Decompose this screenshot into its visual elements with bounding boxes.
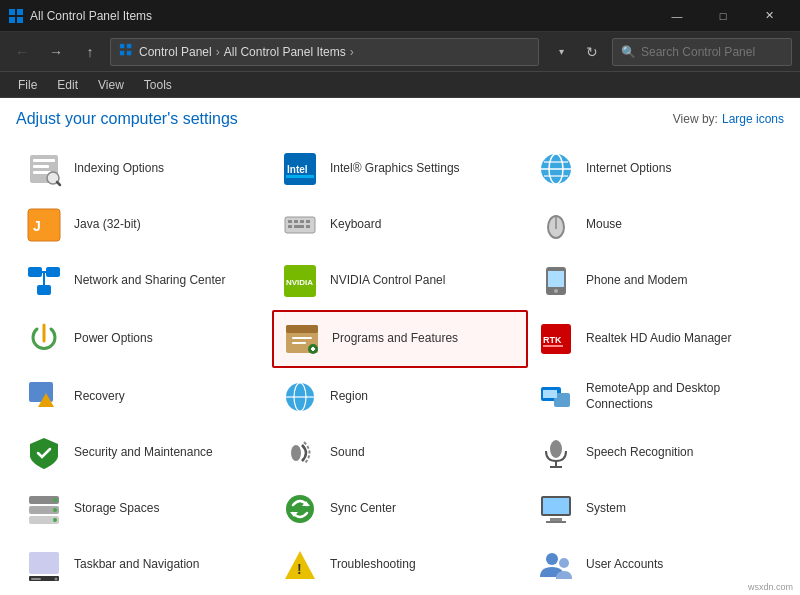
grid-item-remoteapp[interactable]: RemoteApp and Desktop Connections — [528, 370, 784, 424]
search-box[interactable]: 🔍 — [612, 38, 792, 66]
item-label-phone-modem: Phone and Modem — [586, 273, 687, 289]
item-label-security: Security and Maintenance — [74, 445, 213, 461]
svg-rect-9 — [33, 159, 55, 162]
search-input[interactable] — [641, 45, 783, 59]
grid-item-security[interactable]: Security and Maintenance — [16, 426, 272, 480]
svg-rect-79 — [550, 518, 562, 521]
breadcrumb-control-panel[interactable]: Control Panel — [139, 45, 212, 59]
view-by-section: View by: Large icons — [673, 112, 784, 126]
users-icon — [536, 545, 576, 585]
trouble-icon: ! — [280, 545, 320, 585]
remote-icon — [536, 377, 576, 417]
grid-item-realtek[interactable]: RTK Realtek HD Audio Manager — [528, 310, 784, 368]
svg-point-64 — [291, 445, 301, 461]
svg-rect-32 — [306, 225, 310, 228]
item-label-indexing-options: Indexing Options — [74, 161, 164, 177]
separator-1: › — [216, 45, 220, 59]
address-bar: ← → ↑ Control Panel › All Control Panel … — [0, 32, 800, 72]
system-icon — [536, 489, 576, 529]
grid-item-intel-graphics[interactable]: Intel Intel® Graphics Settings — [272, 142, 528, 196]
grid-item-power-options[interactable]: Power Options — [16, 310, 272, 368]
grid-item-mouse[interactable]: Mouse — [528, 198, 784, 252]
security-icon — [24, 433, 64, 473]
item-label-programs-features: Programs and Features — [332, 331, 458, 347]
svg-rect-5 — [127, 44, 131, 48]
keyboard-icon — [280, 205, 320, 245]
svg-rect-38 — [37, 285, 51, 295]
item-label-java: Java (32-bit) — [74, 217, 141, 233]
mouse-icon — [536, 205, 576, 245]
grid-item-taskbar[interactable]: Taskbar and Navigation — [16, 538, 272, 592]
grid-item-indexing-options[interactable]: Indexing Options — [16, 142, 272, 196]
phone-icon — [536, 261, 576, 301]
grid-item-programs-features[interactable]: Programs and Features — [272, 310, 528, 368]
item-label-keyboard: Keyboard — [330, 217, 381, 233]
close-button[interactable]: ✕ — [746, 0, 792, 32]
svg-line-13 — [57, 182, 60, 185]
item-label-internet-options: Internet Options — [586, 161, 671, 177]
minimize-button[interactable]: — — [654, 0, 700, 32]
svg-point-88 — [559, 558, 569, 568]
menu-view[interactable]: View — [88, 75, 134, 95]
region-icon — [280, 377, 320, 417]
up-button[interactable]: ↑ — [76, 38, 104, 66]
grid-item-sound[interactable]: Sound — [272, 426, 528, 480]
page-title: Adjust your computer's settings — [16, 110, 238, 128]
svg-rect-2 — [9, 17, 15, 23]
maximize-button[interactable]: □ — [700, 0, 746, 32]
svg-text:Intel: Intel — [287, 164, 308, 175]
view-by-value[interactable]: Large icons — [722, 112, 784, 126]
item-label-recovery: Recovery — [74, 389, 125, 405]
grid-item-nvidia[interactable]: NVIDIA NVIDIA Control Panel — [272, 254, 528, 308]
forward-button[interactable]: → — [42, 38, 70, 66]
svg-rect-63 — [543, 390, 557, 398]
grid-item-troubleshooting[interactable]: ! Troubleshooting — [272, 538, 528, 592]
svg-text:J: J — [33, 218, 41, 234]
svg-rect-3 — [17, 17, 23, 23]
breadcrumb-all-items[interactable]: All Control Panel Items — [224, 45, 346, 59]
menu-file[interactable]: File — [8, 75, 47, 95]
svg-rect-80 — [546, 521, 566, 523]
grid-item-phone-modem[interactable]: Phone and Modem — [528, 254, 784, 308]
svg-rect-55 — [543, 345, 563, 347]
grid-item-system[interactable]: System — [528, 482, 784, 536]
grid-item-network-sharing[interactable]: Network and Sharing Center — [16, 254, 272, 308]
grid-item-java[interactable]: J Java (32-bit) — [16, 198, 272, 252]
back-button[interactable]: ← — [8, 38, 36, 66]
svg-rect-44 — [548, 271, 564, 287]
svg-rect-0 — [9, 9, 15, 15]
svg-point-71 — [53, 498, 57, 502]
item-label-region: Region — [330, 389, 368, 405]
grid-item-user-accounts[interactable]: User Accounts — [528, 538, 784, 592]
item-label-mouse: Mouse — [586, 217, 622, 233]
menu-edit[interactable]: Edit — [47, 75, 88, 95]
separator-2: › — [350, 45, 354, 59]
search-icon: 🔍 — [621, 45, 636, 59]
item-label-network-sharing: Network and Sharing Center — [74, 273, 225, 289]
grid-item-speech[interactable]: Speech Recognition — [528, 426, 784, 480]
title-bar: All Control Panel Items — □ ✕ — [0, 0, 800, 32]
title-bar-text: All Control Panel Items — [30, 9, 654, 23]
menu-tools[interactable]: Tools — [134, 75, 182, 95]
menu-bar: File Edit View Tools — [0, 72, 800, 98]
svg-rect-16 — [286, 175, 314, 178]
grid-item-storage[interactable]: Storage Spaces — [16, 482, 272, 536]
grid-item-recovery[interactable]: Recovery — [16, 370, 272, 424]
svg-text:NVIDIA: NVIDIA — [286, 278, 313, 287]
grid-item-internet-options[interactable]: Internet Options — [528, 142, 784, 196]
refresh-button[interactable]: ↻ — [578, 38, 606, 66]
svg-rect-4 — [120, 44, 124, 48]
dropdown-button[interactable]: ▾ — [547, 38, 575, 66]
item-label-sync: Sync Center — [330, 501, 396, 517]
svg-rect-7 — [127, 51, 131, 55]
grid-item-keyboard[interactable]: Keyboard — [272, 198, 528, 252]
grid-item-sync[interactable]: Sync Center — [272, 482, 528, 536]
speech-icon — [536, 433, 576, 473]
svg-text:RTK: RTK — [543, 335, 562, 345]
grid-item-region[interactable]: Region — [272, 370, 528, 424]
svg-rect-1 — [17, 9, 23, 15]
item-label-intel-graphics: Intel® Graphics Settings — [330, 161, 460, 177]
address-path[interactable]: Control Panel › All Control Panel Items … — [110, 38, 539, 66]
programs-icon — [282, 319, 322, 359]
svg-rect-27 — [294, 220, 298, 223]
